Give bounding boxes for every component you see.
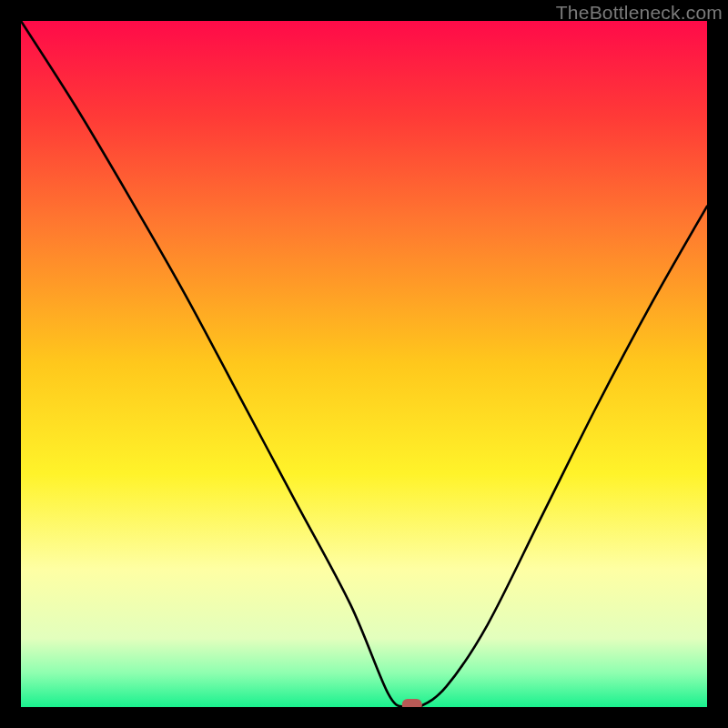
chart-svg (21, 21, 707, 707)
watermark-text: TheBottleneck.com (556, 2, 723, 24)
chart-frame (21, 21, 707, 707)
optimum-marker (402, 699, 422, 707)
gradient-backdrop (21, 21, 707, 707)
